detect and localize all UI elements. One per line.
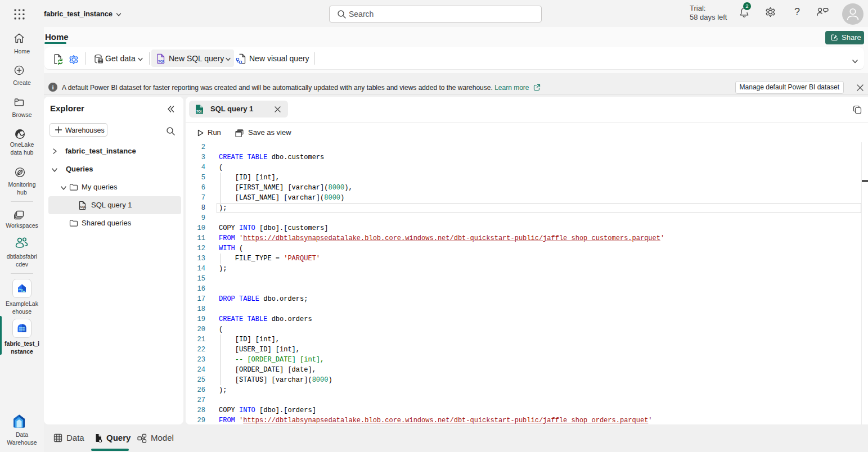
svg-text:SQL: SQL [80, 205, 87, 209]
svg-text:SQL: SQL [158, 60, 165, 63]
svg-text:SQL: SQL [196, 110, 203, 113]
